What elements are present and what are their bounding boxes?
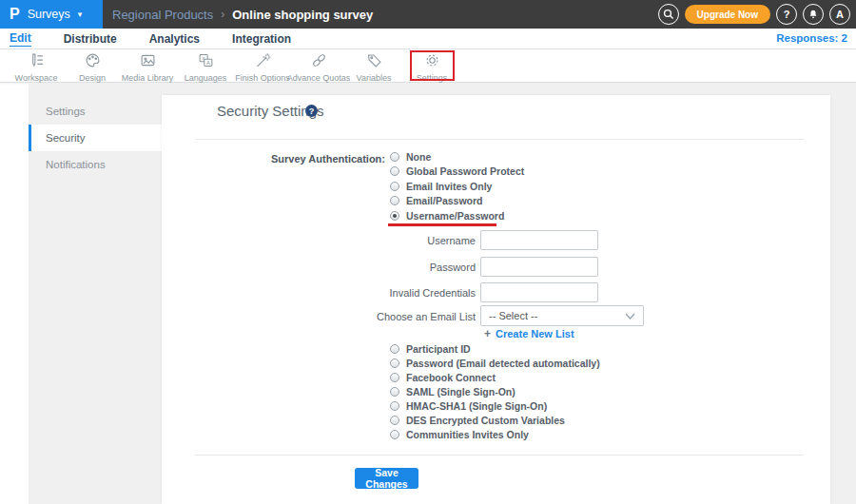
radio-icon [390,416,399,425]
radio-icon [390,166,399,176]
responses-count[interactable]: Responses: 2 [776,32,847,44]
radio-option-global-password[interactable]: Global Password Protect [390,165,524,180]
magic-wand-icon [255,52,271,72]
toolbar-item-label: Finish Options [235,73,290,83]
radio-option-saml[interactable]: SAML (Single Sign-On) [390,384,600,398]
email-list-selected-value: -- Select -- [489,310,537,321]
radio-option-hmac-sha1[interactable]: HMAC-SHA1 (Single Sign-On) [390,398,600,413]
radio-icon [390,359,399,368]
toolbar-item-label: Media Library [122,73,174,83]
chevron-down-icon: ▾ [78,10,83,19]
tab-edit[interactable]: Edit [10,31,31,47]
radio-option-communities-invites[interactable]: Communities Invites Only [390,427,600,441]
email-list-select[interactable]: -- Select -- [480,305,644,326]
surveys-menu[interactable]: P Surveys ▾ [0,0,103,29]
nav-tabs: Edit Distribute Analytics Integration [10,29,291,49]
toolbar-item-label: Languages [185,73,227,83]
survey-nav: Edit Distribute Analytics Integration Re… [0,29,856,49]
title-divider [195,139,804,140]
workspace-icon [29,52,45,72]
radio-option-password-email-auto[interactable]: Password (Email detected automatically) [390,356,600,370]
tab-distribute[interactable]: Distribute [64,32,117,46]
search-icon[interactable] [658,4,679,25]
password-label: Password [285,262,476,273]
page: P Surveys ▾ Regional Products › Online s… [0,0,856,504]
radio-icon [390,430,399,439]
invalid-credentials-label: Invalid Credentials [285,287,476,299]
username-label: Username [285,235,476,246]
surveys-menu-label: Surveys [28,8,70,21]
password-input[interactable] [480,257,598,277]
help-icon[interactable]: ? [776,4,797,25]
radio-icon [390,344,399,354]
edit-toolbar: Workspace Design Media Library xA Langua… [0,49,856,83]
notifications-bell-icon[interactable] [803,4,824,25]
upgrade-now-button[interactable]: Upgrade Now [685,5,770,24]
create-new-list-label: Create New List [496,328,574,339]
tag-icon [366,52,382,72]
plus-icon: + [484,328,491,339]
translate-icon: xA [198,52,214,72]
toolbar-item-label: Workspace [15,73,58,83]
radio-option-username-password[interactable]: Username/Password [390,208,524,223]
sidebar-item-settings[interactable]: Settings [29,98,162,125]
title-help-icon[interactable]: ? [305,105,318,117]
sidebar-item-security[interactable]: Security [29,125,162,151]
palette-icon [85,52,101,72]
breadcrumb-survey-name: Online shopping survey [232,8,373,22]
gear-icon [424,52,440,72]
toolbar-item-label: Settings [417,73,448,83]
sidebar-item-notifications[interactable]: Notifications [29,151,162,178]
invalid-credentials-input[interactable] [480,282,598,302]
radio-selected-icon [390,211,399,221]
radio-option-email-invites[interactable]: Email Invites Only [390,179,524,194]
radio-option-email-password[interactable]: Email/Password [390,194,524,209]
radio-icon [390,182,399,191]
radio-icon [390,152,399,162]
chain-link-icon [311,52,327,72]
radio-icon [390,196,399,205]
tab-integration[interactable]: Integration [232,32,291,46]
radio-icon [390,373,399,382]
breadcrumb-folder[interactable]: Regional Products [112,8,213,22]
top-header: P Surveys ▾ Regional Products › Online s… [0,0,856,29]
header-actions: Upgrade Now ? A [658,4,850,25]
chevron-down-icon [625,313,635,320]
auth-options-top: None Global Password Protect Email Invit… [390,149,524,223]
image-icon [140,52,156,72]
radio-option-participant-id[interactable]: Participant ID [390,341,600,356]
breadcrumb-separator: › [221,8,224,21]
radio-option-des-encrypted[interactable]: DES Encrypted Custom Variables [390,413,600,427]
auth-options-bottom: Participant ID Password (Email detected … [390,341,600,441]
toolbar-item-settings[interactable]: Settings [398,52,466,81]
tab-analytics[interactable]: Analytics [149,32,200,46]
username-input[interactable] [480,230,598,250]
save-changes-button[interactable]: Save Changes [355,468,418,489]
email-list-label: Choose an Email List [285,311,476,322]
toolbar-item-label: Variables [357,73,392,83]
radio-icon [390,401,399,411]
avatar[interactable]: A [829,4,850,25]
breadcrumb: Regional Products › Online shopping surv… [112,0,373,29]
survey-authentication-label: Survey Authentication: [195,153,385,165]
radio-option-none[interactable]: None [390,149,524,165]
svg-text:A: A [206,60,210,66]
settings-sidebar: Settings Security Notifications [29,98,162,178]
questionpro-logo: P [10,7,20,22]
radio-icon [390,387,399,397]
create-new-list-link[interactable]: + Create New List [484,328,574,339]
radio-option-facebook-connect[interactable]: Facebook Connect [390,370,600,384]
footer-divider [195,455,804,456]
toolbar-item-label: Design [79,73,106,83]
